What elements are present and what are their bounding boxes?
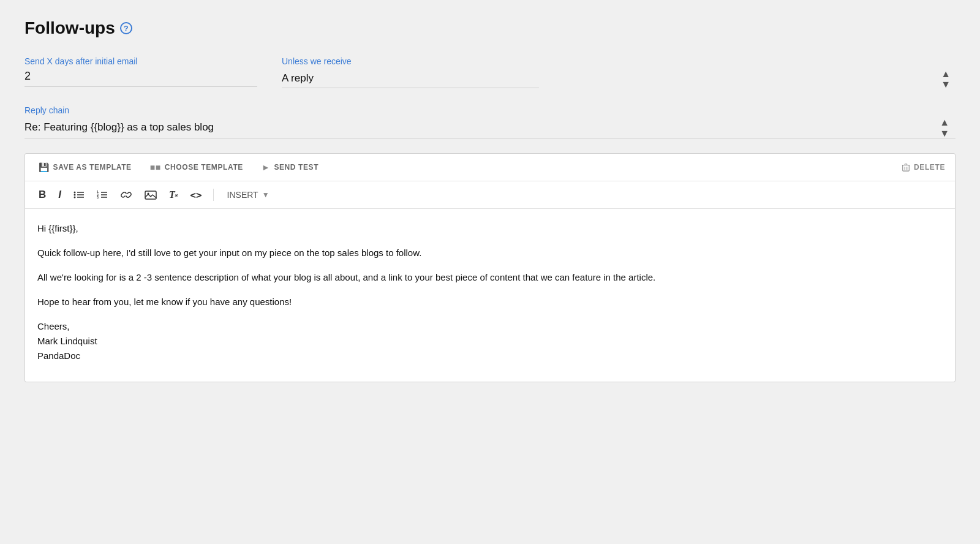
help-icon[interactable]: ? [120, 22, 132, 34]
svg-point-4 [74, 192, 76, 194]
unless-select[interactable]: A reply An open A click [282, 70, 539, 88]
save-template-label: SAVE AS TEMPLATE [53, 163, 132, 172]
choose-template-label: CHOOSE TEMPLATE [165, 163, 243, 172]
link-button[interactable] [115, 187, 137, 202]
insert-button[interactable]: INSERT ▼ [222, 187, 274, 202]
editor-container: 💾 SAVE AS TEMPLATE ■■ CHOOSE TEMPLATE ► … [24, 153, 956, 382]
editor-line-3: All we're looking for is a 2 -3 sentence… [37, 270, 943, 285]
send-test-button[interactable]: ► SEND TEST [258, 160, 322, 175]
unordered-list-button[interactable] [69, 187, 89, 202]
unless-field-group: Unless we receive A reply An open A clic… [282, 56, 956, 88]
send-test-label: SEND TEST [274, 163, 318, 172]
editor-toolbar-format: B I 1. 2. 3. [25, 181, 955, 209]
link-icon [120, 190, 132, 200]
editor-line-1: Hi {{first}}, [37, 221, 943, 236]
send-icon: ► [262, 162, 270, 172]
image-icon [145, 190, 157, 200]
save-as-template-button[interactable]: 💾 SAVE AS TEMPLATE [35, 160, 135, 175]
reply-chain-section: Reply chain Re: Featuring {{blog}} as a … [24, 105, 956, 138]
editor-line-4: Hope to hear from you, let me know if yo… [37, 295, 943, 309]
image-button[interactable] [140, 187, 162, 202]
ordered-list-button[interactable]: 1. 2. 3. [92, 187, 113, 202]
insert-label: INSERT [227, 190, 258, 200]
trash-icon [902, 163, 910, 172]
delete-label: DELETE [914, 163, 945, 172]
reply-chain-select-wrapper: Re: Featuring {{blog}} as a top sales bl… [24, 118, 956, 138]
reply-chain-select[interactable]: Re: Featuring {{blog}} as a top sales bl… [24, 118, 956, 138]
reply-chain-label: Reply chain [24, 105, 956, 115]
svg-rect-0 [903, 165, 910, 172]
delete-button[interactable]: DELETE [902, 163, 945, 172]
clear-format-button[interactable]: Tx [164, 187, 183, 203]
fields-row: Send X days after initial email 2 Unless… [24, 56, 956, 88]
italic-button[interactable]: I [53, 186, 66, 203]
choose-template-button[interactable]: ■■ CHOOSE TEMPLATE [146, 160, 247, 175]
editor-line-5: Cheers,Mark LindquistPandaDoc [37, 319, 943, 363]
unless-label: Unless we receive [282, 56, 956, 66]
ordered-list-icon: 1. 2. 3. [97, 190, 108, 200]
days-field-group: Send X days after initial email 2 [24, 56, 257, 87]
days-value: 2 [24, 70, 257, 87]
save-icon: 💾 [39, 162, 50, 172]
bold-button[interactable]: B [34, 186, 51, 203]
editor-toolbar-top: 💾 SAVE AS TEMPLATE ■■ CHOOSE TEMPLATE ► … [25, 154, 955, 181]
editor-line-2: Quick follow-up here, I'd still love to … [37, 246, 943, 260]
svg-point-6 [74, 197, 76, 198]
days-label: Send X days after initial email [24, 56, 257, 66]
insert-dropdown-arrow-icon: ▼ [262, 191, 270, 199]
page-title: Follow-ups [24, 18, 115, 38]
svg-text:3.: 3. [97, 195, 100, 199]
unless-select-arrow-icon: ▲ ▼ [941, 69, 951, 89]
format-divider [213, 189, 214, 201]
code-button[interactable]: <> [185, 187, 206, 203]
unordered-list-icon [74, 190, 85, 200]
template-icon: ■■ [150, 162, 161, 172]
editor-body[interactable]: Hi {{first}}, Quick follow-up here, I'd … [25, 209, 955, 382]
unless-select-wrapper: A reply An open A click ▲ ▼ [282, 70, 956, 88]
svg-point-5 [74, 194, 76, 196]
